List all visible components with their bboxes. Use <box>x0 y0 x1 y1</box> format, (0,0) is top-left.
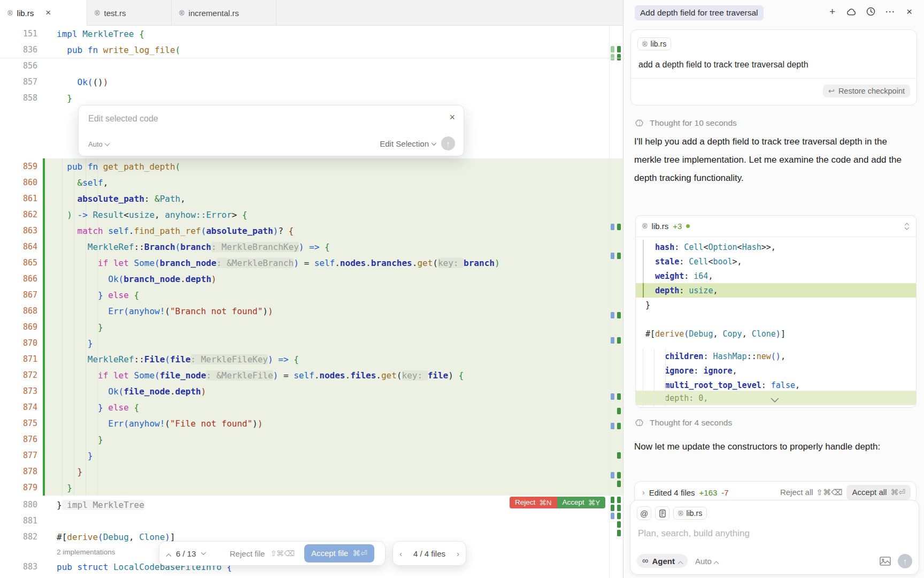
expand-more-icon[interactable] <box>771 398 779 402</box>
code-line[interactable]: 867 } else { <box>0 287 623 303</box>
next-file-icon[interactable]: › <box>457 549 459 558</box>
code-line[interactable]: 868 Err(anyhow!("Branch not found")) <box>0 303 623 319</box>
file-chip[interactable]: ® lib.rs <box>637 37 671 50</box>
reject-all-button[interactable]: Reject all ⇧⌘⌫ <box>780 488 842 497</box>
code-line[interactable]: 881 <box>0 513 623 529</box>
chat-title[interactable]: Add depth field for tree traversal <box>635 5 764 20</box>
history-icon[interactable] <box>866 6 876 17</box>
minimap-divider <box>609 26 610 578</box>
close-icon[interactable]: × <box>904 6 914 17</box>
rust-file-icon: ® <box>7 10 13 17</box>
diff-mark <box>611 337 614 344</box>
code-line[interactable]: 877 } <box>0 447 623 463</box>
brain-icon <box>635 419 645 428</box>
diff-mark <box>617 513 621 519</box>
diff-mark <box>611 46 614 52</box>
code-line[interactable]: 860 &self, <box>0 174 623 191</box>
code-line[interactable]: 863 match self.find_path_ref(absolute_pa… <box>0 223 623 239</box>
model-mode-dropdown[interactable]: Auto <box>88 140 109 148</box>
code-line[interactable]: 879 } <box>0 480 623 496</box>
diff-mark <box>617 224 621 230</box>
code-line[interactable]: 859 pub fn get_path_depth( <box>0 158 623 174</box>
edit-code-input[interactable]: Edit selected code <box>88 114 158 124</box>
prev-diff-icon[interactable] <box>166 553 172 559</box>
lines-added: +163 <box>699 488 718 497</box>
expand-icon[interactable]: › <box>642 488 645 497</box>
more-icon[interactable]: ⋯ <box>885 6 895 17</box>
code-line[interactable]: 872 if let Some(file_node: &MerkleFile) … <box>0 367 623 383</box>
model-dropdown[interactable]: Auto <box>695 557 718 566</box>
code-line[interactable]: 856 <box>0 58 623 74</box>
reject-all-shortcut: ⇧⌘⌫ <box>817 488 843 497</box>
diff-code-line: depth: usize, <box>636 283 916 298</box>
diff-mark <box>611 224 614 230</box>
diff-mark <box>617 408 621 414</box>
accept-button[interactable]: Accept ⌘Y <box>557 497 606 508</box>
code-line[interactable]: 871 MerkleRef::File(file: MerkleFileKey)… <box>0 351 623 367</box>
indent-guide <box>643 349 643 406</box>
diff-mark <box>611 54 614 60</box>
code-line[interactable]: 861 absolute_path: &Path, <box>0 191 623 207</box>
tab-close-icon[interactable]: × <box>45 7 51 18</box>
diff-card-header[interactable]: ® lib.rs +3 <box>636 216 916 237</box>
accept-file-button[interactable]: Accept file ⌘⏎ <box>304 544 374 562</box>
close-icon[interactable]: × <box>449 112 455 123</box>
mode-label: Auto <box>88 140 103 148</box>
code-line[interactable]: 869 } <box>0 319 623 335</box>
code-line[interactable]: 865 if let Some(branch_node: &MerkleBran… <box>0 255 623 271</box>
line-number: 860 <box>0 178 45 187</box>
line-number: 871 <box>0 354 45 364</box>
expand-collapse-icon[interactable] <box>904 223 910 230</box>
edited-files-label[interactable]: Edited 4 files <box>649 488 695 497</box>
code-line[interactable]: 876 } <box>0 431 623 447</box>
chat-input-placeholder[interactable]: Plan, search, build anything <box>638 528 750 539</box>
chevron-up-icon <box>677 561 683 566</box>
send-button[interactable]: ↑ <box>898 554 912 568</box>
attach-image-icon[interactable] <box>880 557 891 566</box>
context-doc-icon[interactable] <box>655 506 669 520</box>
code-line[interactable]: 151impl MerkleTree { <box>0 26 623 42</box>
edit-selection-dropdown[interactable]: Edit Selection <box>380 139 436 148</box>
diff-card: ® lib.rs +3 hash: Cell<Option<Hash>>, st… <box>635 215 917 408</box>
accept-shortcut: ⌘Y <box>588 498 600 507</box>
restore-checkpoint-button[interactable]: ↩ Restore checkpoint <box>823 85 910 97</box>
code-line[interactable]: 878 } <box>0 463 623 480</box>
next-diff-icon[interactable] <box>201 550 206 555</box>
diff-mark <box>617 505 621 511</box>
code-line[interactable]: 857 Ok(()) <box>0 74 623 90</box>
diff-mark <box>611 423 614 429</box>
reject-button[interactable]: Reject ⌘N <box>510 497 557 508</box>
new-chat-icon[interactable]: + <box>827 6 837 17</box>
accept-all-button[interactable]: Accept all ⌘⏎ <box>846 485 911 500</box>
line-number: 872 <box>0 370 45 380</box>
reject-file-button[interactable]: Reject file <box>230 549 265 558</box>
code-line[interactable]: 862 ) -> Result<usize, anyhow::Error> { <box>0 207 623 223</box>
thought-row[interactable]: Thought for 4 seconds <box>635 418 732 428</box>
prev-file-icon[interactable]: ‹ <box>399 549 402 558</box>
accept-file-label: Accept file <box>311 549 348 558</box>
code-line[interactable]: 864 MerkleRef::Branch(branch: MerkleBran… <box>0 239 623 255</box>
cloud-icon[interactable] <box>846 6 857 17</box>
chevron-down-icon <box>104 141 110 146</box>
code-line[interactable]: 873 Ok(file_node.depth) <box>0 383 623 399</box>
code-line[interactable]: 875 Err(anyhow!("File not found")) <box>0 415 623 431</box>
code-line[interactable]: 836 pub fn write_log_file( <box>0 42 623 58</box>
chat-input-card[interactable]: @ ® lib.rs Plan, search, build anything … <box>630 500 919 575</box>
diff-mark <box>611 472 614 478</box>
submit-edit-button[interactable]: ↑ <box>441 136 455 150</box>
code-line[interactable]: 874 } else { <box>0 399 623 415</box>
code-line[interactable]: 858 } <box>0 90 623 106</box>
code-line[interactable]: 866 Ok(branch_node.depth) <box>0 271 623 287</box>
rust-file-icon: ® <box>642 41 648 48</box>
chevron-down-icon <box>432 140 437 146</box>
file-chip[interactable]: ® lib.rs <box>673 507 707 520</box>
tab-librs[interactable]: ® lib.rs × <box>0 0 87 26</box>
tab-label: lib.rs <box>17 9 34 18</box>
thought-row[interactable]: Thought for 10 seconds <box>635 118 737 128</box>
line-number: 874 <box>0 402 45 412</box>
app-window: ® lib.rs × ® test.rs ® incremental.rs 15… <box>0 0 924 578</box>
code-line[interactable]: 870 } <box>0 335 623 351</box>
agent-mode-dropdown[interactable]: ∞ Agent <box>637 554 688 568</box>
line-number: 882 <box>0 532 45 542</box>
mention-button[interactable]: @ <box>637 506 651 520</box>
